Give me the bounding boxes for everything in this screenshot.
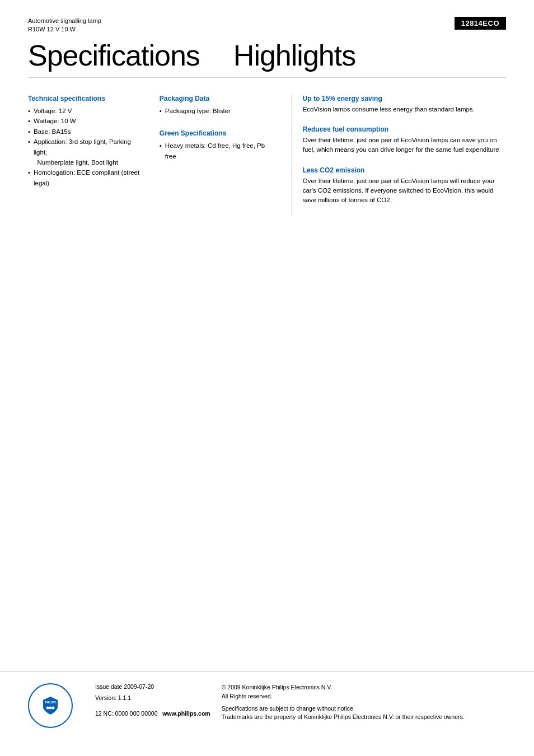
spec-item-packaging: Packaging type: Blister — [160, 106, 274, 116]
footer-left: Issue date 2009-07-20 Version: 1.1.1 12 … — [95, 683, 210, 717]
footer-website: www.philips.com — [162, 710, 210, 717]
highlight-fuel-text: Over their lifetime, just one pair of Ec… — [303, 136, 506, 155]
highlight-fuel: Reduces fuel consumption Over their life… — [303, 125, 506, 155]
highlight-energy-text: EcoVision lamps consume less energy than… — [303, 105, 506, 114]
spec-item-application: Application: 3rd stop light, Parking lig… — [28, 137, 143, 167]
tech-specs-col: Technical specifications Voltage: 12 V W… — [28, 95, 143, 202]
svg-point-3 — [52, 707, 55, 710]
product-line: Automotive signalling lamp — [28, 17, 101, 25]
left-panel: Technical specifications Voltage: 12 V W… — [28, 95, 291, 217]
green-specs-section: Green Specifications Heavy metals: Cd fr… — [160, 129, 274, 161]
packaging-green-col: Packaging Data Packaging type: Blister G… — [160, 95, 274, 202]
spec-item-base: Base: BA15s — [28, 127, 143, 137]
packaging-list: Packaging type: Blister — [160, 106, 274, 116]
product-code-badge: 12814ECO — [455, 17, 506, 30]
right-panel: Up to 15% energy saving EcoVision lamps … — [291, 95, 506, 217]
page: Automotive signalling lamp R10W 12 V 10 … — [0, 0, 534, 756]
product-info: Automotive signalling lamp R10W 12 V 10 … — [28, 17, 101, 34]
philips-shield-icon: PHILIPS — [42, 696, 59, 716]
footer-legal-text: Specifications are subject to change wit… — [222, 704, 506, 722]
philips-logo: PHILIPS — [28, 683, 78, 728]
philips-logo-circle: PHILIPS — [28, 683, 73, 728]
highlight-co2-title: Less CO2 emission — [303, 166, 506, 174]
footer-right: © 2009 Koninklijke Philips Electronics N… — [222, 683, 506, 725]
spec-item-wattage: Wattage: 10 W — [28, 116, 143, 126]
highlights-title: Highlights — [200, 40, 506, 72]
footer-info: Issue date 2009-07-20 Version: 1.1.1 12 … — [95, 683, 506, 725]
main-titles: Specifications Highlights — [28, 40, 506, 78]
green-specs-list: Heavy metals: Cd free, Hg free, Pb free — [160, 141, 274, 161]
footer: PHILIPS Issue date 2009-07-20 Version: 1… — [0, 671, 534, 739]
highlight-fuel-title: Reduces fuel consumption — [303, 125, 506, 133]
highlight-co2-text: Over their lifetime, just one pair of Ec… — [303, 176, 506, 206]
technical-specs-title: Technical specifications — [28, 95, 143, 102]
highlight-co2: Less CO2 emission Over their lifetime, j… — [303, 166, 506, 206]
packaging-title: Packaging Data — [160, 95, 274, 102]
footer-copyright: © 2009 Koninklijke Philips Electronics N… — [222, 683, 506, 701]
spec-item-homologation: Homologation: ECE compliant (street lega… — [28, 167, 143, 188]
nc-label: 12 NC: 0000 000 00000 — [95, 710, 158, 717]
copyright-text: © 2009 Koninklijke Philips Electronics N… — [222, 684, 332, 690]
left-columns: Technical specifications Voltage: 12 V W… — [28, 95, 274, 202]
content-area: Technical specifications Voltage: 12 V W… — [28, 95, 506, 217]
rights-text: All Rights reserved. — [222, 693, 273, 699]
packaging-section: Packaging Data Packaging type: Blister — [160, 95, 274, 116]
legal-2: Trademarks are the property of Koninklij… — [222, 713, 465, 720]
highlight-energy: Up to 15% energy saving EcoVision lamps … — [303, 95, 506, 114]
product-model: R10W 12 V 10 W — [28, 25, 101, 34]
version: Version: 1.1.1 — [95, 694, 210, 701]
technical-specs-list: Voltage: 12 V Wattage: 10 W Base: BA15s … — [28, 106, 143, 188]
svg-point-2 — [49, 707, 52, 710]
page-title: Specifications — [28, 40, 200, 72]
legal-1: Specifications are subject to change wit… — [222, 705, 355, 712]
technical-specs-section: Technical specifications Voltage: 12 V W… — [28, 95, 143, 188]
green-specs-title: Green Specifications — [160, 129, 274, 137]
svg-point-1 — [46, 707, 49, 710]
spec-item-heavy-metals: Heavy metals: Cd free, Hg free, Pb free — [160, 141, 274, 161]
top-bar: Automotive signalling lamp R10W 12 V 10 … — [28, 17, 506, 34]
svg-text:PHILIPS: PHILIPS — [45, 701, 56, 704]
spec-item-voltage: Voltage: 12 V — [28, 106, 143, 116]
issue-date: Issue date 2009-07-20 — [95, 683, 210, 690]
highlight-energy-title: Up to 15% energy saving — [303, 95, 506, 102]
nc-number: 12 NC: 0000 000 00000 www.philips.com — [95, 710, 210, 717]
